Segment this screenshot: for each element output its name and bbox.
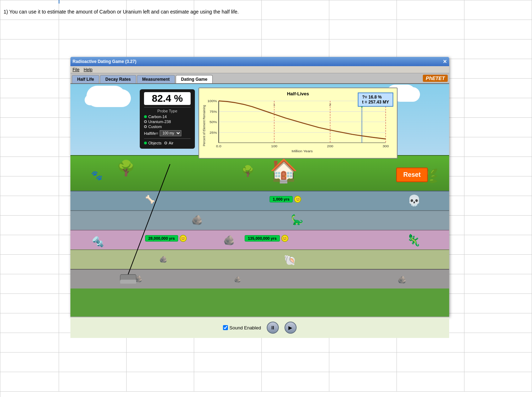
custom-radio-dot: [144, 125, 147, 128]
objects-label: Objects: [148, 141, 161, 145]
play-icon: ▶: [288, 325, 292, 330]
carbon-radio-dot: [144, 115, 147, 118]
uranium-radio-dot: [144, 120, 147, 123]
halflife-select[interactable]: 100 my 50 my 200 my: [160, 130, 181, 136]
objects-radio-dot: [144, 142, 147, 144]
tab-decay-rates[interactable]: Decay Rates: [100, 75, 136, 83]
tab-measurement[interactable]: Measurement: [137, 75, 175, 83]
cloud-left: [85, 95, 113, 105]
column-indicator: [59, 0, 59, 4]
menu-bar: File Help: [70, 66, 449, 73]
svg-text:Percent of Element Remaining: Percent of Element Remaining: [202, 105, 206, 146]
dino-fossil-small: 🦕: [291, 214, 303, 226]
probe-option-carbon[interactable]: Carbon-14: [144, 115, 191, 119]
rock-layer4-1: 🪨: [159, 255, 167, 263]
animal-skull: 🐾: [91, 170, 102, 181]
probe-tip: 🔩: [92, 236, 104, 248]
reset-button[interactable]: Reset: [396, 168, 428, 182]
layer-5: 🪨 🪨 🪨: [70, 269, 449, 289]
shell-fossil: 🐚: [284, 254, 296, 266]
svg-text:100: 100: [271, 144, 277, 148]
age-1000-text: 1,000 yrs: [270, 196, 293, 202]
rock-layer5-1: 🪨: [134, 275, 142, 283]
rock-layer5-3: 🪨: [398, 275, 406, 284]
smiley-2: 😊: [180, 235, 187, 242]
layer-surface: 🌳 🌳 🐾 🏠 🌿: [70, 155, 449, 191]
tree-middle: 🌳: [241, 165, 254, 177]
layer-2: 🪨 🦕: [70, 210, 449, 230]
svg-text:Million Years: Million Years: [292, 149, 313, 152]
tab-half-life[interactable]: Half Life: [72, 75, 99, 83]
uranium-label: Uranium-238: [148, 120, 171, 124]
probe-type-label: Probe Type: [144, 107, 191, 113]
skull-right: 💀: [408, 194, 421, 207]
sound-checkbox[interactable]: [223, 325, 228, 330]
halflife-label: Halflife=: [144, 131, 158, 136]
sound-label-text: Sound Enabled: [229, 325, 261, 330]
pause-button[interactable]: ⏸: [267, 322, 279, 334]
phet-logo: PhETET: [423, 75, 448, 82]
svg-text:25%: 25%: [209, 131, 217, 134]
bottom-bar: Sound Enabled ⏸ ▶: [70, 317, 449, 338]
pause-icon: ⏸: [270, 325, 275, 330]
svg-text:0.0: 0.0: [216, 144, 222, 148]
svg-text:75%: 75%: [209, 110, 217, 113]
probe-option-custom[interactable]: Custom: [144, 125, 191, 129]
age-label-135m: 135,000,000 yrs 😊: [245, 235, 288, 242]
probe-air-option[interactable]: Air: [164, 141, 173, 145]
probe-panel: 82.4 % Probe Type Carbon-14 Uranium-238 …: [140, 89, 195, 149]
age-28m-text: 28,000,000 yrs: [145, 235, 178, 242]
age-135m-text: 135,000,000 yrs: [245, 235, 280, 242]
title-bar: Radioactive Dating Game (3.27) ✕: [70, 57, 449, 66]
probe-bottom-row: Objects Air: [144, 138, 191, 146]
probe-percent-display: 82.4 %: [144, 92, 191, 105]
sim-content: 82.4 % Probe Type Carbon-14 Uranium-238 …: [70, 84, 449, 317]
menu-file[interactable]: File: [73, 67, 79, 72]
svg-text:50%: 50%: [209, 120, 217, 123]
air-label: Air: [169, 141, 173, 145]
text-content-label: 1) You can use it to estimate the amount…: [4, 9, 239, 15]
sound-label[interactable]: Sound Enabled: [223, 325, 261, 330]
custom-label: Custom: [148, 125, 162, 129]
layer-3: 🔩 28,000,000 yrs 😊 🪨 135,000,000 yrs 😊 🦎: [70, 230, 449, 249]
rock-layer5-2: 🪨: [234, 276, 241, 283]
age-label-28m: 28,000,000 yrs 😊: [145, 235, 187, 242]
smiley-1: 😊: [294, 196, 301, 203]
rock-layer3: 🪨: [223, 235, 235, 246]
close-button[interactable]: ✕: [443, 59, 447, 64]
layer-4: 🐚 🪨: [70, 249, 449, 269]
bone-fossil: 🦴: [145, 195, 155, 204]
air-radio-dot: [164, 142, 167, 144]
probe-objects-option[interactable]: Objects: [144, 141, 161, 145]
smiley-3: 😊: [281, 235, 288, 242]
dino-fossil-large: 🦎: [406, 233, 421, 247]
tree-left: 🌳: [117, 159, 135, 177]
sim-window: Radioactive Dating Game (3.27) ✕ File He…: [70, 57, 449, 317]
tooltip-line1: ?= 16.8 %: [362, 95, 389, 100]
spreadsheet-text: 1) You can use it to estimate the amount…: [4, 9, 239, 15]
chart-tooltip: ?= 16.8 % t = 257.43 MY: [358, 92, 393, 107]
tabs-bar: Half Life Decay Rates Measurement Dating…: [70, 73, 449, 84]
head-fossil: 🪨: [191, 215, 203, 226]
chart-area: Half-Lives ?= 16.8 % t = 257.43 MY Perce…: [198, 88, 398, 159]
window-title: Radioactive Dating Game (3.27): [73, 59, 136, 64]
svg-text:100%: 100%: [207, 99, 217, 102]
ground-section: 🌳 🌳 🐾 🏠 🌿 🦴 1,000 yrs 😊 💀: [70, 155, 449, 317]
halflife-row: Halflife= 100 my 50 my 200 my: [144, 130, 191, 136]
play-button[interactable]: ▶: [284, 322, 297, 334]
tab-dating-game[interactable]: Dating Game: [176, 75, 213, 83]
svg-text:200: 200: [327, 144, 334, 148]
carbon-label: Carbon-14: [148, 115, 167, 119]
layer-1: 🦴 1,000 yrs 😊 💀: [70, 191, 449, 210]
age-label-1000: 1,000 yrs 😊: [270, 196, 301, 203]
probe-option-uranium[interactable]: Uranium-238: [144, 120, 191, 124]
house: 🏠: [270, 158, 298, 184]
svg-text:300: 300: [383, 144, 389, 148]
tooltip-line2: t = 257.43 MY: [362, 100, 389, 105]
menu-help[interactable]: Help: [84, 67, 92, 72]
